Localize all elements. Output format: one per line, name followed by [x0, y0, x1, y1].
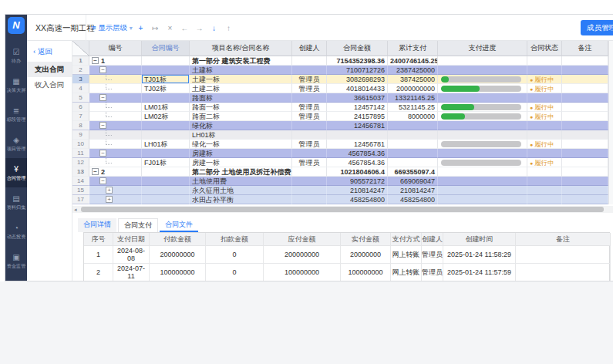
note-cell [562, 84, 608, 93]
grid-row[interactable]: 14−土地使用费905572172669069047 [72, 177, 608, 186]
grid-row[interactable]: 8−绿化标12456781 [72, 121, 608, 130]
grid-row[interactable]: 3TJ01标土建一标管理员3082698293387425000●履行中 [72, 75, 608, 84]
progress-cell [438, 75, 527, 84]
grid-column-header[interactable]: 创建人 [292, 41, 327, 56]
member-button[interactable]: 成员管理 [581, 20, 613, 35]
arrow-down-icon[interactable]: ↓ [207, 24, 221, 32]
collapse-toggle-icon[interactable]: − [99, 122, 106, 129]
grid-column-header[interactable]: 合同状态 [527, 41, 562, 56]
sidebar-item-projects[interactable]: ◈项目管理 [5, 129, 27, 158]
sidebar-item-dashboard[interactable]: ▦决策大屏 [5, 70, 27, 99]
grid-column-header[interactable]: 项目名称/合同名称 [190, 41, 292, 56]
plus-icon[interactable]: + [133, 24, 148, 32]
status-cell: ●履行中 [527, 75, 562, 84]
grid-column-header[interactable]: 累计支付 [388, 41, 438, 56]
grid-column-header[interactable]: 合同编号 [142, 41, 190, 56]
tree-cell: − [89, 66, 142, 75]
row-number-cell: 1 [72, 56, 89, 66]
grid-row[interactable]: 2−土建标71007127262387425000 [72, 66, 608, 75]
arrow-right-icon[interactable]: → [192, 24, 207, 32]
grid-row[interactable]: 9LH01标 [72, 130, 608, 140]
tab-contract-payment[interactable]: 合同支付 [118, 218, 158, 232]
detail-tabs: 合同详情 合同支付 合同文件 [72, 218, 200, 232]
expand-toggle-icon[interactable]: + [106, 196, 113, 203]
payment-column-header: 应付金额 [264, 233, 341, 246]
grid-row[interactable]: 10LH01标绿化一标管理员12456781●履行中 [72, 140, 608, 149]
money-monitor-icon: ▣ [12, 253, 19, 262]
sidebar-item-todo[interactable]: ☑待办 [5, 41, 27, 70]
expand-toggle-icon[interactable]: + [106, 187, 113, 194]
grid-column-header[interactable]: 合同金额 [327, 41, 388, 56]
contract-no-cell [142, 186, 190, 195]
horizontal-scrollbar[interactable]: ◂ [72, 206, 613, 213]
grid-column-header[interactable]: 支付进度 [438, 41, 527, 56]
contract-name-cell: 路面标 [190, 93, 292, 103]
payment-column-header: 扣款金额 [206, 233, 264, 246]
progress-cell [438, 93, 527, 103]
grid-row[interactable]: 17+水田占补平衡458254800458254800 [72, 195, 608, 204]
grid-row[interactable]: 11−房建标4567854.36 [72, 149, 608, 158]
tab-contract-files[interactable]: 合同文件 [160, 218, 198, 232]
seq-cell: 1 [84, 246, 113, 264]
grid-row[interactable]: 15+永久征用土地210814247210814247 [72, 186, 608, 195]
grid-row[interactable]: 5−路面标3661503713321145.25 [72, 93, 608, 103]
tab-contract-detail[interactable]: 合同详情 [78, 218, 116, 232]
sidebar-item-contracts[interactable]: ¥合同管理 [5, 158, 27, 187]
collapse-toggle-icon[interactable]: − [99, 94, 106, 101]
vertical-scrollbar[interactable] [608, 41, 613, 204]
collapse-toggle-icon[interactable]: − [99, 177, 106, 184]
indent-icon[interactable]: ↦ [148, 24, 163, 32]
payment-column-header: 创建时间 [443, 233, 516, 246]
progress-cell [438, 158, 527, 167]
note-cell [562, 195, 608, 204]
arrow-left-icon[interactable]: ← [177, 24, 192, 32]
grid-row[interactable]: 1−1第一部分 建筑安装工程费7154352398.362400746145.2… [72, 56, 608, 66]
collapse-toggle-icon[interactable]: − [92, 168, 99, 175]
grid-row[interactable]: 4TJ02标土建二标管理员40180144332000000000●履行中 [72, 84, 608, 93]
progress-cell [438, 186, 527, 195]
contract-name-cell: 房建一标 [190, 158, 292, 167]
creator-cell [292, 130, 327, 140]
amount-cell: 905572172 [327, 177, 388, 186]
back-link[interactable]: ‹ 返回 [33, 47, 72, 57]
row-number-cell: 8 [72, 121, 89, 130]
app-logo[interactable]: N [8, 17, 25, 34]
grid-row[interactable]: 12FJ01标房建一标管理员4567854.36●履行中 [72, 158, 608, 167]
contract-no-cell [142, 177, 190, 186]
note-cell [562, 130, 608, 140]
sidebar-item-funds[interactable]: ▣资金监管 [5, 246, 27, 275]
payment-row[interactable]: 22024-07- 111000000000100000000100000000… [84, 264, 609, 281]
tree-cell [89, 84, 142, 93]
paid-cell: 669355097.4 [388, 167, 438, 177]
tree-cell [89, 112, 142, 121]
subnav-item-expense-contracts[interactable]: 支出合同 [27, 62, 72, 77]
scroll-left-arrow-icon[interactable]: ◂ [74, 206, 77, 213]
grid-row[interactable]: 13−2第二部分 土地使用及拆迁补偿费1021804606.4669355097… [72, 167, 608, 177]
contract-no-cell: FJ01标 [142, 158, 190, 167]
arrow-up-icon[interactable]: ↑ [221, 24, 236, 32]
contract-no-cell [142, 93, 190, 103]
row-number-cell: 14 [72, 177, 89, 186]
grid-row[interactable]: 7LM02标路面二标管理员241578958000000●履行中 [72, 112, 608, 121]
progress-cell [438, 121, 527, 130]
grid-column-header[interactable]: 编号 [89, 41, 142, 56]
grid-row[interactable]: 6LM01标路面一标管理员124571425321145.25●履行中 [72, 103, 608, 112]
sidebar-item-label: 动态投资 [7, 233, 26, 239]
status-cell: ●履行中 [527, 140, 562, 149]
contract-no-cell [142, 56, 190, 66]
status-cell: ●履行中 [527, 112, 562, 121]
sidebar-item-archives[interactable]: ▤资料归集 [5, 187, 27, 217]
sidebar-item-investment[interactable]: ◔动态投资 [5, 217, 27, 246]
collapse-toggle-icon[interactable]: − [99, 66, 106, 73]
scrollbar-thumb[interactable] [81, 207, 604, 212]
subnav-item-income-contracts[interactable]: 收入合同 [27, 77, 72, 93]
contract-name-cell: 路面一标 [190, 103, 292, 112]
display-level-button[interactable]: ≡ 显示层级 ▾ [92, 15, 133, 41]
close-icon[interactable]: × [163, 24, 177, 32]
sidebar-item-sections[interactable]: ≣标段管理 [5, 99, 27, 129]
payment-row[interactable]: 12024-08- 08200000000020000000020000000网… [84, 246, 609, 264]
collapse-toggle-icon[interactable]: − [92, 57, 99, 64]
grid-column-header[interactable]: 备注 [562, 41, 608, 56]
amount-cell: 210814247 [327, 186, 388, 195]
collapse-toggle-icon[interactable]: − [99, 150, 106, 157]
